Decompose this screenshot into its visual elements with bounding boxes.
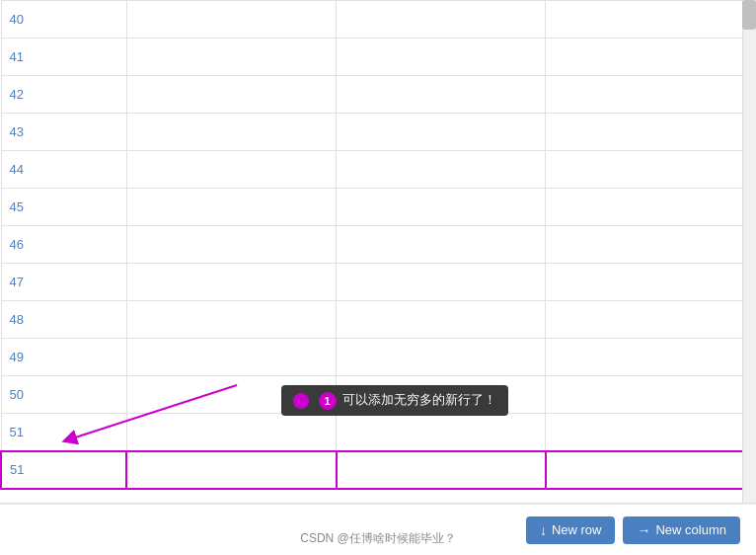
tooltip-badge: 1 bbox=[319, 392, 337, 410]
cell-3[interactable] bbox=[546, 376, 755, 414]
table-row: 46 bbox=[1, 226, 755, 264]
new-row-icon: ↓ bbox=[540, 522, 547, 538]
svg-line-1 bbox=[69, 385, 237, 439]
cell-1[interactable] bbox=[126, 264, 336, 301]
table-row: 40 bbox=[1, 1, 755, 39]
table-row: 42 bbox=[1, 76, 755, 114]
cell-2[interactable] bbox=[337, 1, 546, 39]
new-row-label: New row bbox=[552, 522, 602, 537]
cell-3[interactable] bbox=[546, 226, 755, 264]
scrollbar-thumb[interactable] bbox=[742, 0, 756, 30]
row-number: 51 bbox=[1, 451, 126, 489]
cell-1[interactable] bbox=[126, 339, 336, 376]
cell-3[interactable] bbox=[546, 1, 755, 39]
footer: CSDN @任博啥时候能毕业？ ↓ New row → New column bbox=[0, 504, 756, 555]
cell-3[interactable] bbox=[546, 264, 755, 301]
cell-3[interactable] bbox=[546, 39, 755, 76]
table-row: 45 bbox=[1, 189, 755, 226]
table-row: 43 bbox=[1, 114, 755, 151]
row-number: 48 bbox=[1, 301, 126, 339]
row-number: 42 bbox=[1, 76, 126, 114]
new-column-label: New column bbox=[655, 522, 726, 537]
cell-1[interactable] bbox=[126, 226, 336, 264]
cell-1[interactable] bbox=[126, 39, 336, 76]
row-number: 41 bbox=[1, 39, 126, 76]
row-number: 47 bbox=[1, 264, 126, 301]
tooltip-bubble: 1可以添加无穷多的新行了！ bbox=[281, 385, 508, 416]
cell-2[interactable] bbox=[337, 339, 546, 376]
cell-3[interactable] bbox=[546, 301, 755, 339]
table-row: 44 bbox=[1, 151, 755, 189]
cell-2[interactable] bbox=[337, 414, 546, 451]
cell-1[interactable] bbox=[126, 451, 336, 489]
row-number: 44 bbox=[1, 151, 126, 189]
footer-buttons: ↓ New row → New column bbox=[526, 516, 740, 544]
cell-1[interactable] bbox=[126, 301, 336, 339]
tooltip-text: 可以添加无穷多的新行了！ bbox=[342, 392, 496, 407]
cell-3[interactable] bbox=[546, 414, 755, 451]
row-number: 46 bbox=[1, 226, 126, 264]
cell-3[interactable] bbox=[546, 189, 755, 226]
cell-1[interactable] bbox=[126, 151, 336, 189]
table-container: 40414243444546474849505151 1可以添加无穷多的新行了！ bbox=[0, 0, 756, 504]
row-number: 43 bbox=[1, 114, 126, 151]
cell-1[interactable] bbox=[126, 76, 336, 114]
table-row: 48 bbox=[1, 301, 755, 339]
row-number: 40 bbox=[1, 1, 126, 39]
row-number: 49 bbox=[1, 339, 126, 376]
cell-2[interactable] bbox=[337, 151, 546, 189]
new-row-button[interactable]: ↓ New row bbox=[526, 516, 616, 544]
cell-2[interactable] bbox=[337, 264, 546, 301]
cell-2[interactable] bbox=[337, 301, 546, 339]
table-row: 47 bbox=[1, 264, 755, 301]
row-number: 45 bbox=[1, 189, 126, 226]
cell-3[interactable] bbox=[546, 451, 755, 489]
scrollbar-track[interactable] bbox=[742, 0, 756, 504]
cell-2[interactable] bbox=[337, 189, 546, 226]
table-row: 51 bbox=[1, 451, 755, 489]
table-row: 41 bbox=[1, 39, 755, 76]
cell-2[interactable] bbox=[337, 451, 546, 489]
table-row: 49 bbox=[1, 339, 755, 376]
cell-3[interactable] bbox=[546, 114, 755, 151]
new-column-button[interactable]: → New column bbox=[623, 516, 740, 544]
cell-2[interactable] bbox=[337, 114, 546, 151]
cell-3[interactable] bbox=[546, 151, 755, 189]
cell-2[interactable] bbox=[337, 39, 546, 76]
cell-1[interactable] bbox=[126, 114, 336, 151]
cell-2[interactable] bbox=[337, 76, 546, 114]
cell-1[interactable] bbox=[126, 189, 336, 226]
tooltip-arrow-svg bbox=[49, 375, 257, 454]
cell-3[interactable] bbox=[546, 339, 755, 376]
new-column-icon: → bbox=[637, 522, 650, 538]
cell-1[interactable] bbox=[126, 1, 336, 39]
cell-3[interactable] bbox=[546, 76, 755, 114]
cell-2[interactable] bbox=[337, 226, 546, 264]
